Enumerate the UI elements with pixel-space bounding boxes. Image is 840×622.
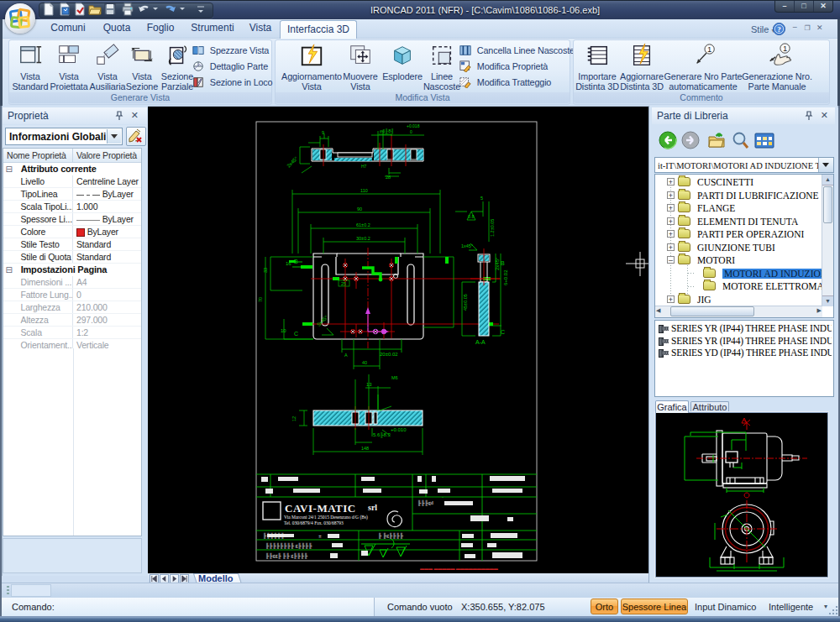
svg-text:╟╟╟╟╟╟╟╟ g╟╟╟╟: ╟╟╟╟╟╟╟╟ g╟╟╟╟ xyxy=(265,542,312,549)
svg-text:±: ± xyxy=(318,533,322,540)
svg-text:Tel. 030/6879/4 Fax. 030/68793: Tel. 030/6879/4 Fax. 030/68793 xyxy=(284,520,344,525)
svg-text:10: 10 xyxy=(281,328,286,333)
svg-text:╟╟╟gd: ╟╟╟gd xyxy=(417,499,433,506)
svg-text:+0.010: +0.010 xyxy=(391,427,407,432)
svg-text:2x45°: 2x45° xyxy=(286,155,299,169)
svg-text:30±0.2: 30±0.2 xyxy=(356,236,370,241)
svg-text:45±0.05: 45±0.05 xyxy=(463,294,468,311)
svg-text:Via Marconi 24/1 25015 Desenza: Via Marconi 24/1 25015 Desenzano d/G (Bs… xyxy=(284,515,368,520)
svg-text:5.6╟8.3: 5.6╟8.3 xyxy=(373,431,391,438)
svg-text:28: 28 xyxy=(386,175,391,180)
svg-text:?: ? xyxy=(777,25,781,34)
svg-text:B: B xyxy=(294,259,298,264)
svg-text:9: 9 xyxy=(322,130,324,135)
svg-text:▬▬▬ ▬▬▬▬▬ ▬▬▬▬▬▬▬▬▬▬: ▬▬▬ ▬▬▬▬▬ ▬▬▬▬▬▬▬▬▬▬ xyxy=(420,566,498,571)
svg-text:1: 1 xyxy=(707,45,711,54)
svg-text:+0.018: +0.018 xyxy=(407,123,420,128)
svg-text:1x45°: 1x45° xyxy=(461,243,473,248)
svg-text:srl: srl xyxy=(368,503,377,512)
svg-text:╟╟╟╟╟╟: ╟╟╟╟╟╟ xyxy=(263,532,285,539)
svg-text:90: 90 xyxy=(357,206,362,212)
svg-text:70: 70 xyxy=(258,297,263,302)
svg-text:0: 0 xyxy=(410,129,412,134)
svg-text:A-A: A-A xyxy=(475,339,486,345)
svg-text:16: 16 xyxy=(286,261,291,266)
svg-text:25: 25 xyxy=(341,281,346,286)
svg-text:110: 110 xyxy=(360,188,368,193)
svg-text:40: 40 xyxy=(362,360,367,365)
svg-text:12: 12 xyxy=(291,416,297,421)
svg-text:33: 33 xyxy=(263,268,268,273)
svg-text:B: B xyxy=(501,260,505,266)
svg-text:⌀6╟8╢: ⌀6╟8╢ xyxy=(380,128,394,134)
svg-text:5: 5 xyxy=(480,196,483,201)
svg-text:╟ ╟g╟╟╟╟: ╟ ╟g╟╟╟╟ xyxy=(378,532,404,539)
svg-text:M6: M6 xyxy=(391,375,398,380)
svg-text:CAVI-MATIC: CAVI-MATIC xyxy=(285,502,356,515)
svg-text:0.8: 0.8 xyxy=(468,214,475,219)
svg-text:A: A xyxy=(344,353,348,358)
svg-text:148: 148 xyxy=(361,446,369,451)
svg-text:1.2±0.05: 1.2±0.05 xyxy=(490,219,495,237)
svg-text:C: C xyxy=(501,329,505,335)
svg-text:╟╟gg╟ ╟╟ g╟╟╟╟: ╟╟gg╟ ╟╟ g╟╟╟╟ xyxy=(265,552,308,559)
svg-text:20±0.02: 20±0.02 xyxy=(380,352,398,357)
svg-text:C: C xyxy=(294,331,298,337)
svg-text:6+0.02: 6+0.02 xyxy=(503,269,508,285)
svg-text:H7: H7 xyxy=(361,164,367,169)
svg-text:61±0.2: 61±0.2 xyxy=(356,222,370,227)
svg-text:13: 13 xyxy=(366,382,372,387)
svg-text:1: 1 xyxy=(783,44,787,53)
svg-text:2x45°: 2x45° xyxy=(495,257,500,270)
